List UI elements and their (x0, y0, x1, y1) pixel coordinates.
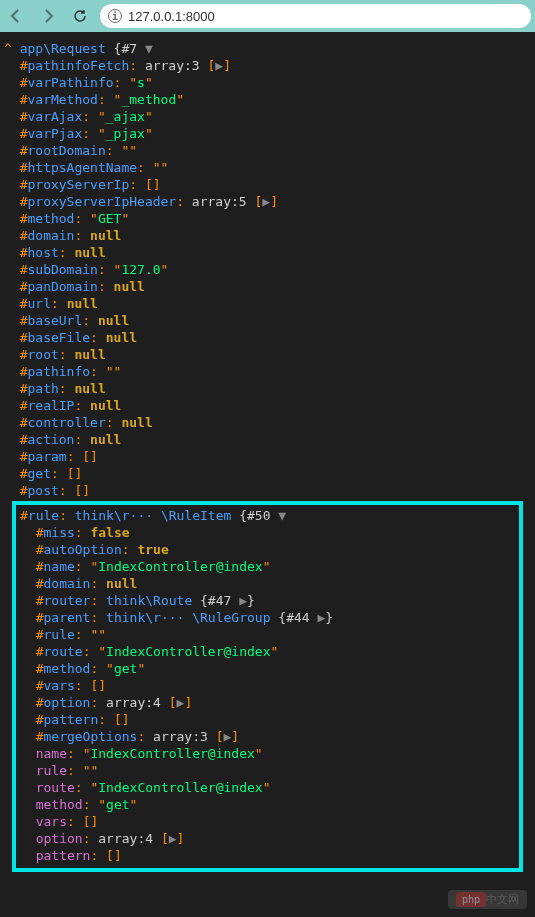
dump-property: #param: [] (4, 448, 531, 465)
prop-name: route (43, 644, 82, 659)
string-value: _ajax (106, 109, 145, 124)
dump-property: #baseUrl: null (4, 312, 531, 329)
forward-button[interactable] (36, 4, 60, 28)
dump-property: #method: "GET" (4, 210, 531, 227)
watermark-text: 中文网 (486, 893, 519, 906)
collapse-arrow-icon[interactable]: ▼ (278, 508, 286, 523)
prop-name: router (43, 593, 90, 608)
public-prop-name: name (36, 746, 67, 761)
dump-property: #post: [] (4, 482, 531, 499)
prop-name: varMethod (27, 92, 97, 107)
expand-caret[interactable]: ^ (4, 41, 12, 56)
prop-name: autoOption (43, 542, 121, 557)
highlighted-section: #rule: think\r··· \RuleItem {#50 ▼ #miss… (12, 501, 523, 872)
prop-name: parent (43, 610, 90, 625)
prop-name: domain (43, 576, 90, 591)
string-value: GET (98, 211, 121, 226)
dump-property: #route: "IndexController@index" (20, 643, 515, 660)
prop-name: action (27, 432, 74, 447)
string-value: s (137, 75, 145, 90)
dump-property: #httpsAgentName: "" (4, 159, 531, 176)
class-name: app\Request (20, 41, 106, 56)
dump-property: #root: null (4, 346, 531, 363)
dump-property: #varPjax: "_pjax" (4, 125, 531, 142)
prop-name: path (27, 381, 58, 396)
dump-property: #host: null (4, 244, 531, 261)
dump-property: #autoOption: true (20, 541, 515, 558)
dump-property: #name: "IndexController@index" (20, 558, 515, 575)
public-prop-name: option (36, 831, 83, 846)
dump-property: #proxyServerIp: [] (4, 176, 531, 193)
dump-property: #controller: null (4, 414, 531, 431)
watermark: php中文网 (448, 890, 527, 909)
dump-property: #get: [] (4, 465, 531, 482)
dump-property: #pattern: [] (20, 711, 515, 728)
public-prop-name: rule (36, 763, 67, 778)
dump-property: #pathinfoFetch: array:3 [▶] (4, 57, 531, 74)
debug-dump: ^ app\Request {#7 ▼ #pathinfoFetch: arra… (0, 32, 535, 882)
dump-property: #subDomain: "127.0" (4, 261, 531, 278)
prop-name: host (27, 245, 58, 260)
dump-property: #panDomain: null (4, 278, 531, 295)
bool-value: true (137, 542, 168, 557)
dump-property: #pathinfo: "" (4, 363, 531, 380)
public-prop-name: route (36, 780, 75, 795)
string-value: IndexController@index (98, 559, 262, 574)
string-value: IndexController@index (90, 746, 254, 761)
prop-name: pathinfoFetch (27, 58, 129, 73)
null-value: null (98, 313, 129, 328)
null-value: null (90, 398, 121, 413)
null-value: null (74, 381, 105, 396)
address-bar[interactable]: i 127.0.0.1:8000 (100, 4, 531, 28)
prop-name: rootDomain (27, 143, 105, 158)
dump-property: #varAjax: "_ajax" (4, 108, 531, 125)
dump-property: name: "IndexController@index" (20, 745, 515, 762)
prop-name: proxyServerIp (27, 177, 129, 192)
dump-property: #miss: false (20, 524, 515, 541)
back-button[interactable] (4, 4, 28, 28)
dump-property: #domain: null (20, 575, 515, 592)
collapse-arrow-icon[interactable]: ▼ (145, 41, 153, 56)
bool-value: false (90, 525, 129, 540)
dump-property: #rule: "" (20, 626, 515, 643)
prop-name: vars (43, 678, 74, 693)
prop-name: panDomain (27, 279, 97, 294)
namespace: think\Route (106, 593, 192, 608)
prop-name: controller (27, 415, 105, 430)
prop-name: varPathinfo (27, 75, 113, 90)
expand-icon[interactable]: ▶ (262, 194, 270, 209)
prop-name: post (27, 483, 58, 498)
string-value: IndexController@index (98, 780, 262, 795)
string-value: get (106, 797, 129, 812)
prop-name: httpsAgentName (27, 160, 137, 175)
string-value: get (114, 661, 137, 676)
prop-name: get (27, 466, 50, 481)
expand-icon[interactable]: ▶ (215, 58, 223, 73)
expand-icon[interactable]: ▶ (239, 593, 247, 608)
namespace: think\r··· \RuleGroup (106, 610, 270, 625)
prop-name: url (27, 296, 50, 311)
null-value: null (90, 432, 121, 447)
dump-property: #rootDomain: "" (4, 142, 531, 159)
prop-name: name (43, 559, 74, 574)
prop-name: subDomain (27, 262, 97, 277)
url-text: 127.0.0.1:8000 (128, 9, 215, 24)
string-value: 127.0 (121, 262, 160, 277)
prop-name: pathinfo (27, 364, 90, 379)
dump-property: #method: "get" (20, 660, 515, 677)
reload-button[interactable] (68, 4, 92, 28)
dump-property: #mergeOptions: array:3 [▶] (20, 728, 515, 745)
dump-property: option: array:4 [▶] (20, 830, 515, 847)
prop-name: realIP (27, 398, 74, 413)
string-value: _pjax (106, 126, 145, 141)
arrow-right-icon (40, 8, 56, 24)
dump-property: #varMethod: "_method" (4, 91, 531, 108)
expand-icon[interactable]: ▶ (169, 831, 177, 846)
prop-name: domain (27, 228, 74, 243)
dump-property: method: "get" (20, 796, 515, 813)
prop-name: method (27, 211, 74, 226)
dump-property: route: "IndexController@index" (20, 779, 515, 796)
arrow-left-icon (8, 8, 24, 24)
dump-property: #baseFile: null (4, 329, 531, 346)
info-icon[interactable]: i (108, 9, 122, 23)
